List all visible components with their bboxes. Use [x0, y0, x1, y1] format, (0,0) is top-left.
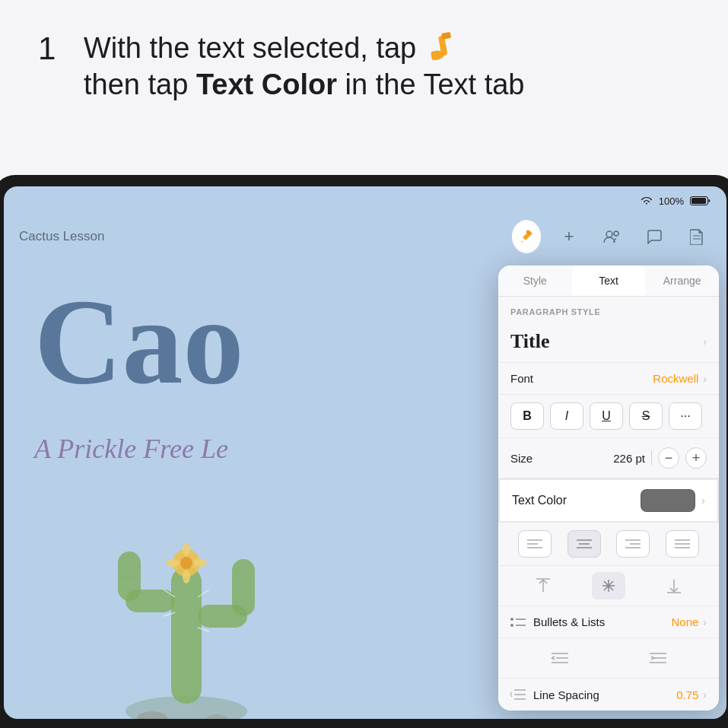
instruction-line2: then tap Text Color in the Text tab [84, 67, 524, 103]
line-spacing-icon [510, 688, 526, 701]
add-icon: + [564, 227, 574, 246]
cactus-title: Cao [34, 281, 244, 402]
collaborate-icon [603, 230, 620, 243]
collaborate-button[interactable] [597, 222, 626, 251]
bullets-value: None › [671, 615, 707, 628]
toolbar-right: + [512, 222, 711, 251]
align-center-icon [577, 538, 592, 550]
doc-button[interactable] [682, 222, 711, 251]
font-value: Rockwell › [653, 372, 707, 385]
line-spacing-value: 0.75 › [676, 688, 707, 701]
bold-button[interactable]: B [510, 402, 544, 430]
ipad-device: 100% Cactus Lesson [0, 175, 728, 728]
tab-arrange[interactable]: Arrange [645, 265, 719, 296]
step-number: 1 [38, 30, 68, 67]
decrease-indent-icon [552, 651, 568, 665]
paragraph-chevron-icon: › [703, 335, 707, 348]
line-spacing-label: Line Spacing [533, 688, 599, 701]
svg-point-22 [180, 557, 192, 569]
instruction-line1: With the text selected, tap [84, 30, 524, 67]
svg-rect-5 [691, 198, 706, 204]
svg-point-24 [183, 570, 190, 583]
content-area: Cao A Prickle Free Le [4, 258, 726, 719]
doc-icon [690, 228, 704, 245]
color-swatch [641, 489, 695, 512]
arrow-down-icon [667, 578, 681, 593]
instruction-text-block: With the text selected, tap then tap Tex… [84, 30, 524, 103]
tab-text[interactable]: Text [572, 265, 646, 296]
svg-point-25 [166, 559, 180, 567]
format-icon-button[interactable] [512, 222, 541, 251]
align-center-button[interactable] [567, 530, 601, 558]
line-spacing-row[interactable]: Line Spacing 0.75 › [498, 679, 719, 711]
line-spacing-chevron-icon: › [703, 688, 707, 701]
wifi-icon [641, 196, 653, 205]
svg-point-23 [183, 542, 190, 556]
align-left-button[interactable] [518, 530, 552, 558]
size-controls: 226 pt − + [613, 447, 707, 469]
align-justify-icon [675, 538, 690, 550]
instruction-text-part1: With the text selected, tap [84, 32, 416, 64]
comment-icon [646, 229, 663, 244]
align-right-icon [625, 538, 641, 550]
font-chevron-icon: › [703, 373, 707, 385]
svg-point-49 [510, 618, 513, 621]
toolbar-title: Cactus Lesson [19, 229, 104, 244]
italic-button[interactable]: I [550, 402, 583, 430]
underline-button[interactable]: U [590, 402, 623, 430]
cactus-illustration [42, 475, 331, 719]
format-panel: Style Text Arrange PARAGRAPH STYLE Title… [498, 265, 719, 711]
align-right-button[interactable] [616, 530, 650, 558]
svg-rect-14 [118, 552, 141, 601]
size-separator [651, 450, 652, 466]
decrease-indent-button[interactable] [543, 644, 577, 672]
paragraph-style-row[interactable]: Title › [498, 321, 719, 363]
panel-content: PARAGRAPH STYLE Title › Font Rockwell › [498, 297, 719, 711]
cactus-subtitle: A Prickle Free Le [34, 433, 228, 465]
paintbrush-icon [424, 30, 458, 64]
instruction-text-suffix: in the Text tab [337, 68, 524, 100]
svg-rect-12 [171, 567, 202, 704]
add-button[interactable]: + [555, 222, 583, 251]
size-value: 226 pt [613, 452, 645, 465]
status-bar-right: 100% [641, 196, 711, 207]
increase-indent-button[interactable] [641, 644, 675, 672]
bullets-label: Bullets & Lists [533, 615, 605, 628]
svg-rect-16 [232, 559, 255, 616]
size-row: Size 226 pt − + [498, 438, 719, 478]
align-left-icon [527, 538, 542, 550]
more-format-button[interactable]: ··· [669, 402, 702, 430]
svg-rect-2 [441, 32, 451, 40]
tab-style[interactable]: Style [498, 265, 572, 296]
align-justify-button[interactable] [666, 530, 699, 558]
vert-align-top-button[interactable] [526, 572, 560, 599]
increase-indent-icon [650, 651, 666, 665]
instruction-bold-text: Text Color [196, 68, 337, 100]
comment-button[interactable] [640, 222, 669, 251]
text-color-row[interactable]: Text Color › [498, 478, 719, 523]
color-swatch-wrapper: › [641, 489, 705, 512]
size-decrease-button[interactable]: − [658, 447, 679, 469]
text-color-chevron-icon: › [701, 494, 705, 507]
font-row[interactable]: Font Rockwell › [498, 363, 719, 395]
svg-point-51 [510, 624, 513, 627]
ipad-screen: 100% Cactus Lesson [4, 186, 726, 719]
battery-icon [690, 196, 711, 206]
strikethrough-button[interactable]: S [629, 402, 663, 430]
svg-point-8 [614, 231, 618, 236]
paragraph-style-value: Title [510, 330, 550, 353]
format-buttons-row: B I U S ··· [498, 395, 719, 438]
arrow-up-icon [536, 578, 550, 593]
battery-percent: 100% [659, 196, 684, 207]
vert-align-bottom-button[interactable] [657, 572, 691, 599]
alignment-buttons-row [498, 523, 719, 566]
text-color-label: Text Color [512, 494, 567, 507]
status-bar: 100% [4, 186, 726, 215]
size-increase-button[interactable]: + [685, 447, 707, 469]
svg-point-26 [193, 559, 207, 567]
svg-point-7 [606, 231, 612, 237]
vert-align-center-button[interactable] [592, 572, 625, 599]
bullets-row[interactable]: Bullets & Lists None › [498, 606, 719, 638]
asterisk-icon [602, 579, 615, 593]
bullets-left: Bullets & Lists [510, 615, 605, 628]
